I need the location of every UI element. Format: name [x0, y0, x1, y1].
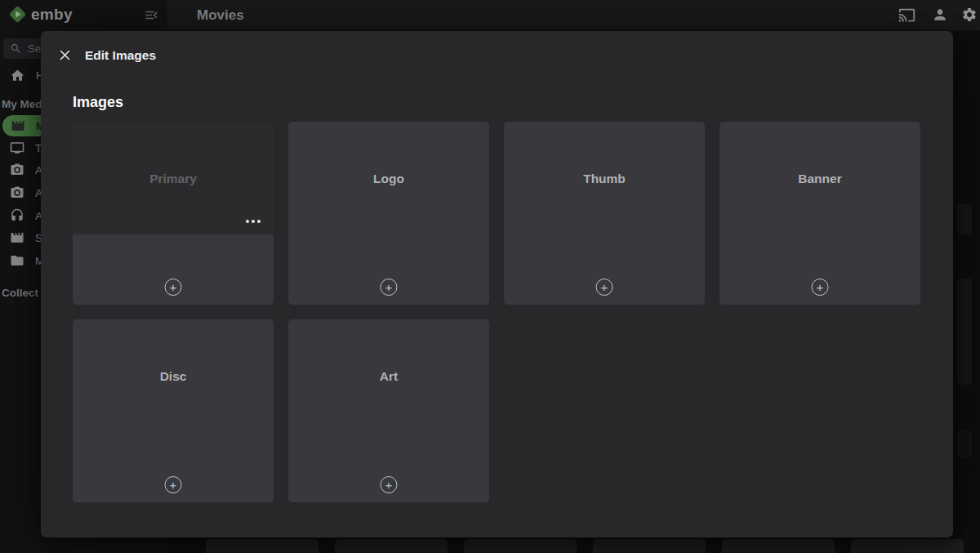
cast-icon[interactable]: [898, 7, 915, 24]
background-poster-card: [206, 539, 318, 553]
image-card: Thumb +: [504, 122, 705, 305]
image-overflow-menu-icon[interactable]: [243, 216, 264, 226]
image-cards-grid: Primary + Logo + Thumb + Banner + Disc +: [73, 122, 935, 502]
movie-icon: [11, 118, 25, 133]
background-poster-card: [722, 539, 835, 553]
emby-play-icon: [8, 5, 27, 24]
images-section-title: Images: [73, 94, 123, 111]
home-icon: [10, 68, 25, 83]
image-type-label: Thumb: [504, 172, 705, 186]
background-poster-card: [464, 539, 577, 553]
clapperboard-icon: [10, 230, 24, 245]
image-type-label: Banner: [719, 172, 920, 186]
add-image-icon[interactable]: +: [381, 476, 398, 493]
top-bar-left: emby: [0, 0, 167, 30]
background-poster-card: [851, 539, 964, 553]
camera-icon: [10, 185, 24, 200]
add-image-icon[interactable]: +: [381, 279, 398, 296]
image-card: Art +: [288, 319, 489, 502]
camera-icon: [10, 163, 24, 177]
image-card: Disc +: [73, 319, 274, 502]
dialog-title: Edit Images: [85, 48, 156, 63]
sidebar-section-my-media: My Med: [2, 98, 42, 110]
close-icon[interactable]: [52, 42, 78, 68]
settings-icon[interactable]: [961, 7, 978, 23]
search-icon: [10, 42, 22, 55]
folder-icon: [10, 253, 24, 268]
add-image-icon[interactable]: +: [165, 476, 182, 493]
headphones-icon: [10, 208, 24, 223]
add-image-icon[interactable]: +: [165, 279, 182, 296]
background-poster-card: [335, 539, 448, 553]
image-card: Banner +: [719, 122, 920, 305]
sidebar-section-collections: Collect: [2, 287, 38, 299]
add-image-icon[interactable]: +: [596, 279, 613, 296]
image-type-label: Disc: [73, 369, 274, 384]
image-card: Primary +: [73, 122, 274, 305]
background-card-fragment: [957, 279, 972, 385]
image-type-label: Logo: [288, 172, 489, 186]
page-title: Movies: [197, 0, 244, 30]
background-card-fragment: [957, 204, 972, 234]
user-icon[interactable]: [932, 7, 948, 23]
image-type-label: Primary: [73, 172, 274, 186]
emby-app: emby Movies Sear Ho My Med Mo: [0, 0, 980, 553]
top-bar: emby Movies: [0, 0, 980, 30]
add-image-icon[interactable]: +: [812, 279, 829, 296]
image-type-label: Art: [288, 369, 489, 384]
image-card: Logo +: [288, 122, 489, 305]
edit-images-dialog: Edit Images Images Primary + Logo + Thum…: [41, 31, 953, 537]
emby-logo-text: emby: [31, 6, 73, 24]
menu-open-icon[interactable]: [144, 7, 159, 23]
tv-icon: [10, 140, 24, 155]
background-card-fragment: [957, 430, 972, 457]
background-poster-card: [593, 539, 706, 553]
emby-logo[interactable]: emby: [8, 5, 73, 24]
